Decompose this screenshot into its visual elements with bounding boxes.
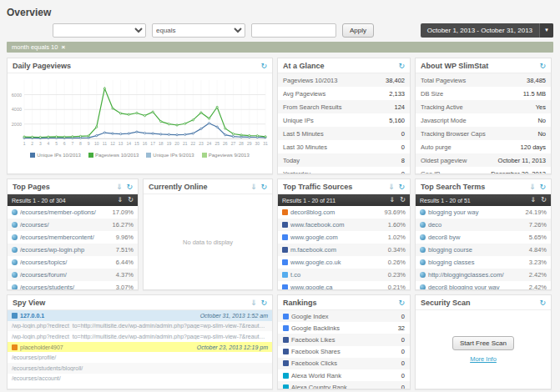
svg-text:21: 21 [183,141,188,146]
stat-row: Total Pageviews 38,485 [416,73,551,87]
table-row: www.google.co.uk 0.26% [278,256,410,269]
download-icon[interactable]: ⇓ [388,183,395,191]
refresh-icon[interactable]: ↻ [260,63,267,70]
more-info-link[interactable]: More Info [470,355,497,363]
row-link[interactable]: /ecourses/ [20,221,110,229]
filter-operator-select[interactable]: equals [152,23,245,38]
row-link[interactable]: www.facebook.com [290,221,386,229]
row-link[interactable]: /ecourses/wp-login.php [20,246,114,254]
row-link[interactable]: decor8 byw [428,234,527,241]
row-link[interactable]: blogging course [428,246,527,254]
svg-text:13: 13 [119,141,124,146]
row-link[interactable]: blogging your way [428,209,523,216]
visited-page-link[interactable]: /ecourses/students/blogroll/ [12,365,268,371]
svg-text:20: 20 [174,141,179,146]
panel-top-pages: Top Pages ⇓ ↻ Results 1 - 20 of 304 ⇓ ↻ … [7,178,139,290]
remove-filter-icon[interactable]: × [61,42,65,53]
row-link[interactable]: /ecourses/students/ [20,284,114,289]
globe-icon [420,222,426,228]
refresh-icon[interactable]: ↻ [398,63,405,70]
active-filter-label: month equals 10 [12,42,58,53]
apply-button[interactable]: Apply [342,23,374,38]
filter-value-input[interactable] [251,23,336,38]
row-link[interactable]: /ecourses/member-options/ [20,209,110,216]
svg-text:1: 1 [23,141,26,146]
row-link[interactable]: /ecourses/membercontent/ [20,234,114,241]
refresh-icon[interactable]: ↻ [128,197,134,204]
refresh-icon[interactable]: ↻ [539,63,546,70]
row-link[interactable]: /ecourses/topics/ [20,259,114,266]
row-link[interactable]: www.google.co.uk [290,259,386,266]
panel-at-a-glance: At a Glance ↻ Pageviews 10/2013 38,402 A… [277,58,411,174]
stat-value: No [537,130,546,138]
stat-value: 2,133 [389,90,405,98]
row-link[interactable]: http://bloggingclasses.com/ [428,271,527,279]
at-a-glance-rows: Pageviews 10/2013 38,402 Avg Pageviews 2… [278,73,410,173]
download-icon[interactable]: ⇓ [250,183,257,191]
download-icon[interactable]: ⇓ [116,183,123,191]
refresh-icon[interactable]: ↻ [260,183,267,191]
row-link[interactable]: /ecourses/forum/ [20,271,114,279]
panel-title: Spy View [13,299,246,307]
download-icon[interactable]: ⇓ [529,183,536,191]
refresh-icon[interactable]: ↻ [260,299,267,307]
stat-label: Last 30 Minutes [283,143,399,151]
stat-value: 38,402 [386,77,405,84]
svg-text:10: 10 [94,141,99,146]
download-icon[interactable]: ⇓ [250,299,257,307]
refresh-icon[interactable]: ↻ [398,299,405,307]
stat-label: Today [283,157,399,164]
row-link[interactable]: blogging classes [428,259,527,266]
chevron-down-icon: ▼ [539,23,553,38]
download-icon[interactable]: ⇓ [390,197,396,204]
refresh-icon[interactable]: ↻ [541,197,547,204]
results-count: Results 1 - 20 of 51 [420,198,526,204]
download-icon[interactable]: ⇓ [531,197,537,204]
refresh-icon[interactable]: ↻ [126,183,133,191]
about-rows: Total Pageviews 38,485 DB Size 11.5 MB T… [416,73,551,173]
row-link[interactable]: www.google.ca [290,284,386,289]
filter-toolbar: equals Apply October 1, 2013 - October 3… [7,23,553,38]
row-link[interactable]: decor8blog.com [290,209,382,216]
row-link[interactable]: m.facebook.com [290,246,386,254]
row-link[interactable]: t.co [290,271,386,279]
stat-value: 38,485 [527,77,546,84]
svg-text:7: 7 [71,141,73,146]
globe-icon [12,209,18,215]
visitor-link[interactable]: placeholder4907 [20,344,63,350]
stat-label: DB Size [421,90,521,98]
stat-row: Geo IP December 20, 2013 [416,167,551,173]
svg-text:27: 27 [231,141,236,146]
stat-value: 5,160 [389,117,405,124]
table-row: /ecourses/topics/ 6.44% [8,256,138,269]
row-link[interactable]: www.google.com [290,234,386,241]
filter-field-select[interactable] [53,23,146,38]
download-icon[interactable]: ⇓ [118,197,124,204]
refresh-icon[interactable]: ↻ [539,299,546,307]
refresh-icon[interactable]: ↻ [398,183,405,191]
start-free-scan-button[interactable]: Start Free Scan [452,336,514,350]
date-range-button[interactable]: October 1, 2013 - October 31, 2013 ▼ [421,23,553,38]
table-row: blogging course 4.84% [416,244,551,256]
table-row: www.google.com 1.02% [278,231,410,244]
table-row: /ecourses/membercontent/ 9.96% [8,231,138,244]
svg-text:24: 24 [207,141,212,146]
ranking-label: Google Index [291,313,399,320]
visitor-link[interactable]: 127.0.0.1 [20,313,44,319]
row-value: 4.84% [529,246,547,254]
table-row: decor8 byw 5.65% [416,231,551,244]
visited-page-link[interactable]: /wp-login.php?redirect_to=http://multisi… [12,323,268,329]
refresh-icon[interactable]: ↻ [539,183,546,191]
row-link[interactable]: decor8 blogging your way [428,284,527,289]
page-title: Overview [7,7,553,18]
globe-icon [12,222,18,228]
visited-page-link[interactable]: /ecourses/account/ [12,375,268,381]
visited-page-link[interactable]: /ecourses/profile/ [12,354,268,360]
visited-page-link[interactable]: /wp-login.php?redirect_to=http://multisi… [12,334,268,339]
panel-title: Currently Online [149,183,246,191]
stat-row: Avg Pageviews 2,133 [278,87,410,100]
row-link[interactable]: deco [428,221,527,229]
row-value: 93.69% [385,209,406,216]
globe-icon [12,247,18,253]
refresh-icon[interactable]: ↻ [400,197,406,204]
